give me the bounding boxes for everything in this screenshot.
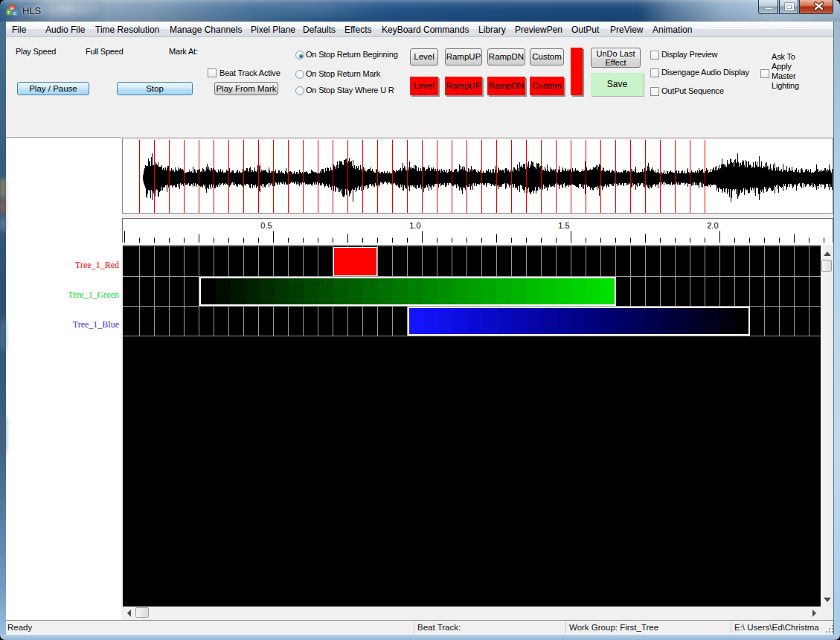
svg-text:2.0: 2.0 [707, 221, 718, 230]
svg-text:C: C [13, 11, 17, 16]
svg-text:0.5: 0.5 [260, 221, 272, 230]
svg-text:1.5: 1.5 [558, 221, 569, 230]
svg-text:1.0: 1.0 [409, 221, 420, 230]
svg-text:H: H [10, 6, 13, 10]
svg-text:F: F [7, 10, 10, 15]
